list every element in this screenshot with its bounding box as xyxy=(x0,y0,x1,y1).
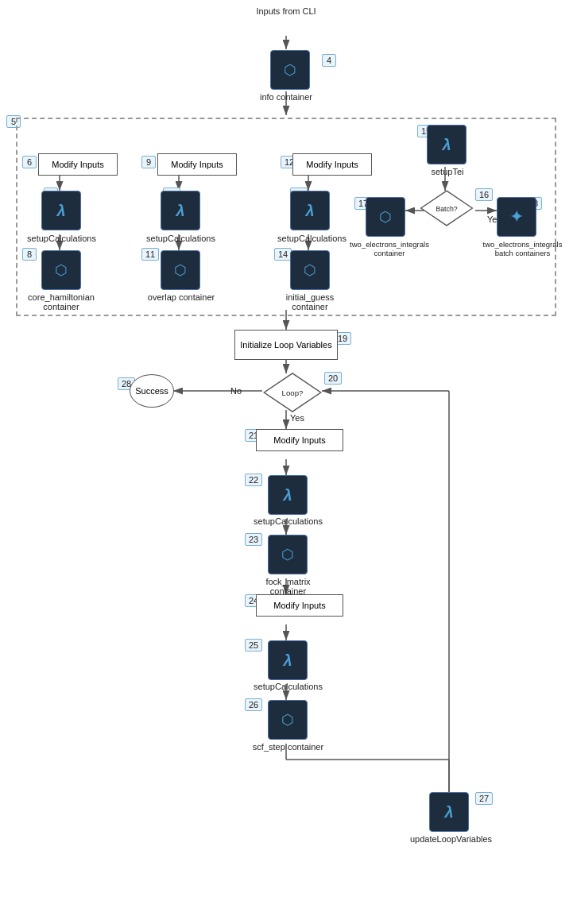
node-17-two-electrons: ⬡ xyxy=(366,197,405,237)
inputs-label: Inputs from CLI xyxy=(254,6,318,16)
node-24-modify-inputs: Modify Inputs xyxy=(256,594,343,617)
yes-label-loop: Yes xyxy=(290,413,304,423)
hex-icon-26: ⬡ xyxy=(281,711,294,729)
badge-16: 16 xyxy=(475,188,493,201)
node7-label: setupCalculations xyxy=(24,234,99,243)
node-9-modify-inputs: Modify Inputs xyxy=(157,153,237,176)
node11-label: overlap container xyxy=(145,292,217,302)
node23-label: fock_matrix container xyxy=(250,577,326,596)
node-18-two-electrons-batch: ✦ xyxy=(497,197,536,237)
node-7-setup-calc: λ xyxy=(41,191,81,230)
lambda-icon-10: λ xyxy=(176,202,184,220)
node-25-setup-calc: λ xyxy=(268,640,308,680)
node17-label: two_electrons_integrals container xyxy=(350,240,429,257)
node-11-overlap: ⬡ xyxy=(161,250,200,290)
badge-8: 8 xyxy=(22,248,37,261)
badge-22: 22 xyxy=(245,474,262,486)
node-10-setup-calc: λ xyxy=(161,191,200,230)
node-19-init-loop: Initialize Loop Variables xyxy=(234,330,338,360)
node26-label: scf_step container xyxy=(250,742,326,752)
badge-9: 9 xyxy=(141,156,156,168)
node-22-setup-calc: λ xyxy=(268,475,308,515)
badge-4: 4 xyxy=(322,54,336,67)
badge-20: 20 xyxy=(324,372,342,385)
badge-26: 26 xyxy=(245,698,262,711)
lambda-icon-13: λ xyxy=(305,202,314,220)
svg-text:Batch?: Batch? xyxy=(436,205,457,213)
node-15-setup-tei: λ xyxy=(427,125,467,164)
hex-icon-17: ⬡ xyxy=(379,208,392,226)
hex-icon-14: ⬡ xyxy=(304,261,316,279)
hex-icon-11: ⬡ xyxy=(174,261,187,279)
node10-label: setupCalculations xyxy=(143,234,219,243)
node8-label: core_hamiltonian container xyxy=(17,292,105,311)
hex-icon-4: ⬡ xyxy=(284,61,296,79)
hex-icon-23: ⬡ xyxy=(281,546,294,563)
loop-diamond: Loop? xyxy=(261,371,324,414)
lambda-icon-22: λ xyxy=(283,486,292,505)
node-27-update-loop: λ xyxy=(429,792,469,832)
node4-label: info container xyxy=(254,92,318,102)
node15-label: setupTei xyxy=(420,167,475,176)
lambda-icon-25: λ xyxy=(283,651,292,670)
badge-23: 23 xyxy=(245,533,262,546)
badge-14: 14 xyxy=(274,248,292,261)
batch-diamond-shape: Batch? xyxy=(419,188,474,228)
lambda-icon-7: λ xyxy=(56,202,65,220)
badge-6: 6 xyxy=(22,156,37,168)
node-13-setup-calc: λ xyxy=(290,191,330,230)
node-6-modify-inputs: Modify Inputs xyxy=(38,153,118,176)
node22-label: setupCalculations xyxy=(250,516,326,526)
hex-icon-8: ⬡ xyxy=(55,261,68,279)
node-14-initial-guess: ⬡ xyxy=(290,250,330,290)
diagram: Inputs from CLI 4 ⬡ info container 5 6 M… xyxy=(0,0,573,924)
node27-label: updateLoopVariables xyxy=(405,834,497,844)
node13-label: setupCalculations xyxy=(274,234,350,243)
badge-11: 11 xyxy=(141,248,159,261)
node-12-modify-inputs: Modify Inputs xyxy=(292,153,372,176)
batch-diamond: Batch? xyxy=(419,188,474,228)
dashed-container xyxy=(16,118,556,316)
node-26-scf-step: ⬡ xyxy=(268,700,308,740)
hub-icon-18: ✦ xyxy=(509,207,524,227)
node-23-fock-matrix: ⬡ xyxy=(268,535,308,574)
badge-25: 25 xyxy=(245,639,262,651)
no-label-loop: No xyxy=(230,386,242,396)
node25-label: setupCalculations xyxy=(250,682,326,691)
node-28-success: Success xyxy=(130,374,174,408)
lambda-icon-15: λ xyxy=(442,136,451,154)
node-8-core-hamiltonian: ⬡ xyxy=(41,250,81,290)
node-4-info-container: ⬡ xyxy=(270,50,310,90)
lambda-icon-27: λ xyxy=(444,803,453,822)
node14-label: initial_guess container xyxy=(270,292,350,311)
node18-label: two_electrons_integrals batch containers xyxy=(481,240,564,257)
loop-diamond-shape: Loop? xyxy=(261,371,324,414)
svg-text:Loop?: Loop? xyxy=(282,389,304,397)
node-21-modify-inputs: Modify Inputs xyxy=(256,429,343,451)
badge-27: 27 xyxy=(475,792,493,805)
